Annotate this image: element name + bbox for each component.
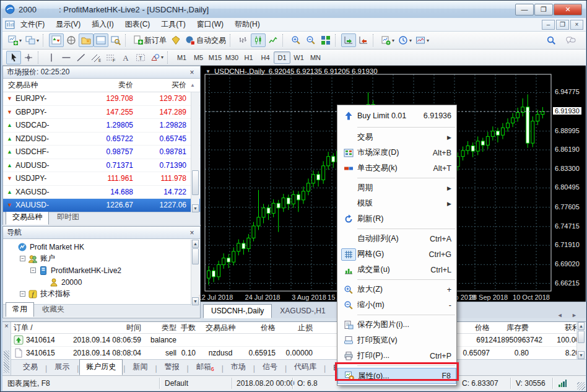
context-menu-item-Buy Limit 0.01[interactable]: Buy Limit 0.016.91936: [337, 107, 456, 125]
navigator-tab-常用[interactable]: 常用: [6, 302, 34, 317]
fibonacci-button[interactable]: F: [103, 51, 118, 64]
autotrading-button[interactable]: 自动交易: [183, 33, 228, 47]
market-watch-close-icon[interactable]: ×: [188, 68, 196, 77]
timeframe-MN-button[interactable]: MN: [307, 51, 324, 64]
market-watch-row-USDJPY-[interactable]: ▼USDJPY-111.961111.978: [3, 172, 200, 186]
timeframe-D1-button[interactable]: D1: [274, 51, 290, 64]
context-menu-item-打印预览(v)[interactable]: 打印预览(v): [337, 333, 456, 348]
context-menu-item-模版[interactable]: 模版▶: [337, 196, 456, 211]
context-menu-item-刷新(R)[interactable]: 刷新(R): [337, 211, 456, 227]
terminal-row-3410614[interactable]: 34106142018.09.14 08:06:59balance100.006…: [11, 334, 576, 347]
context-menu-item-交易[interactable]: 交易▶: [337, 129, 456, 145]
tile-windows-button[interactable]: [318, 33, 333, 47]
menu-图表(C)[interactable]: 图表(C): [120, 18, 156, 31]
chat-button[interactable]: [563, 33, 578, 47]
context-menu-item-放大(Z)[interactable]: 放大(Z)+: [337, 282, 456, 297]
context-menu-item-打印(P)...[interactable]: 打印(P)...Ctrl+P: [337, 348, 456, 364]
terminal-column-lots[interactable]: 手数: [179, 322, 196, 333]
window-restore-button[interactable]: ❐: [534, 4, 553, 15]
terminal-column-order[interactable]: 订单 /: [14, 322, 69, 333]
terminal-close-icon[interactable]: ×: [2, 322, 11, 331]
indicators-button[interactable]: ▾: [379, 33, 396, 47]
status-profile[interactable]: Default: [165, 376, 188, 391]
terminal-column-sl[interactable]: 止损: [278, 322, 313, 333]
menu-帮助(H)[interactable]: 帮助(H): [229, 18, 266, 31]
tree-expander-icon[interactable]: −: [20, 256, 25, 261]
context-menu-item-市场深度(D)[interactable]: 市场深度(D)Alt+B: [337, 145, 456, 160]
market-watch-tab-即时图[interactable]: 即时图: [50, 210, 86, 225]
menu-窗口(W)[interactable]: 窗口(W): [191, 18, 229, 31]
navigator-node-技术指标[interactable]: −f技术指标: [6, 288, 199, 300]
dropdown-arrow-icon[interactable]: ▾: [427, 38, 429, 43]
resize-grip[interactable]: [577, 382, 585, 390]
auto-scroll-button[interactable]: [341, 33, 356, 47]
timeframe-M15-button[interactable]: M15: [207, 51, 224, 64]
dropdown-arrow-icon[interactable]: ▾: [409, 38, 412, 43]
menu-工具(T)[interactable]: 工具(T): [155, 18, 191, 31]
context-menu-item-单击交易(k)[interactable]: 单击交易(k)Alt+T: [337, 160, 456, 176]
window-close-button[interactable]: ✕: [554, 4, 582, 15]
market-watch-scrollbar[interactable]: ▼: [191, 92, 199, 212]
trendline-button[interactable]: [74, 51, 89, 64]
dropdown-arrow-icon[interactable]: ▾: [392, 38, 394, 43]
periods-button[interactable]: ▾: [396, 33, 414, 47]
terminal-column-profit[interactable]: 获利: [531, 322, 576, 333]
terminal-row-3410615[interactable]: 34106152018.09.14 08:08:04sell0.10nzdusd…: [11, 347, 576, 359]
bar-chart-button[interactable]: [236, 33, 251, 47]
equidistant-channel-button[interactable]: E: [89, 51, 103, 64]
market-watch-row-EURJPY-[interactable]: ▼EURJPY-129.708129.730: [3, 92, 200, 106]
tree-expander-icon[interactable]: −: [20, 291, 25, 297]
terminal-tab-展示[interactable]: 展示: [48, 359, 76, 375]
market-watch-row-GBPJPY-[interactable]: ▼GBPJPY-147.255147.289: [3, 106, 200, 120]
terminal-column-price[interactable]: 价格: [245, 322, 276, 333]
terminal-tab-交易[interactable]: 交易: [16, 359, 45, 375]
tree-expander-icon[interactable]: −: [30, 268, 36, 273]
context-menu-item-保存为图片(i)...[interactable]: 保存为图片(i)...: [337, 317, 456, 333]
templates-button[interactable]: ▾: [414, 33, 431, 47]
child-restore-button[interactable]: ❐: [556, 20, 569, 30]
navigator-close-icon[interactable]: ×: [188, 229, 196, 237]
zoom-out-button[interactable]: [303, 33, 318, 47]
terminal-button[interactable]: [93, 33, 108, 47]
search-button[interactable]: [544, 33, 559, 47]
terminal-column-type[interactable]: 类型: [144, 322, 176, 333]
context-menu-item-自动排列(A)[interactable]: 自动排列(A)Ctrl+A: [337, 231, 456, 246]
terminal-tab-市场[interactable]: 市场: [224, 359, 253, 375]
chart-tab-XAGUSD-,H1[interactable]: XAGUSD-,H1: [272, 304, 333, 318]
line-chart-button[interactable]: [266, 33, 280, 47]
timeframe-H4-button[interactable]: H4: [257, 51, 274, 64]
new-order-button[interactable]: 新订单: [131, 33, 168, 47]
strategy-tester-button[interactable]: [108, 33, 123, 47]
cursor-button[interactable]: [6, 51, 21, 64]
timeframe-W1-button[interactable]: W1: [290, 51, 307, 64]
menu-文件(F)[interactable]: 文件(F): [15, 18, 50, 31]
terminal-tab-账户历史[interactable]: 账户历史: [79, 359, 123, 375]
market-watch-row-AUDUSD-[interactable]: ▲AUDUSD-0.713710.71390: [3, 159, 200, 173]
context-menu-item-成交量(u)[interactable]: 成交量(u)Ctrl+L: [337, 262, 456, 277]
dropdown-arrow-icon[interactable]: ▾: [161, 54, 163, 60]
timeframe-H1-button[interactable]: H1: [240, 51, 257, 64]
window-minimize-button[interactable]: —: [515, 4, 534, 15]
new-chart-button[interactable]: ▾: [6, 33, 24, 47]
dropdown-arrow-icon[interactable]: ▾: [19, 38, 22, 43]
shapes-button[interactable]: ▾: [148, 51, 165, 64]
market-watch-row-XAUUSD-[interactable]: ▼XAUUSD-1226.671227.06: [3, 199, 200, 212]
market-watch-row-USDCHF-[interactable]: ▲USDCHF-0.987570.98781: [3, 146, 200, 159]
text-label-button[interactable]: T: [133, 51, 148, 64]
candle-chart-button[interactable]: [251, 33, 266, 47]
terminal-column-symbol[interactable]: 交易品种: [198, 322, 243, 333]
terminal-tab-警报[interactable]: 警报: [158, 359, 186, 375]
terminal-column-time[interactable]: 时间: [69, 322, 141, 333]
terminal-tab-新闻[interactable]: 新闻: [126, 359, 154, 375]
chart-tab-USDCNH-,Daily[interactable]: USDCNH-,Daily: [203, 304, 272, 318]
metaeditor-button[interactable]: [168, 33, 183, 47]
context-menu-item-网格(G)[interactable]: 网格(G)Ctrl+G: [337, 246, 456, 262]
tick-chart-button[interactable]: [49, 33, 64, 47]
chart-tab-scroll-icons[interactable]: ◄ ►: [557, 312, 583, 318]
terminal-column-swap[interactable]: 库存费: [494, 322, 529, 333]
data-window-button[interactable]: [64, 33, 79, 47]
terminal-tab-邮箱[interactable]: 邮箱6: [189, 359, 221, 375]
chart-shift-button[interactable]: [356, 33, 371, 47]
zoom-in-button[interactable]: [289, 33, 303, 47]
navigator-node-Profit Market HK[interactable]: Profit Market HK: [6, 241, 199, 253]
